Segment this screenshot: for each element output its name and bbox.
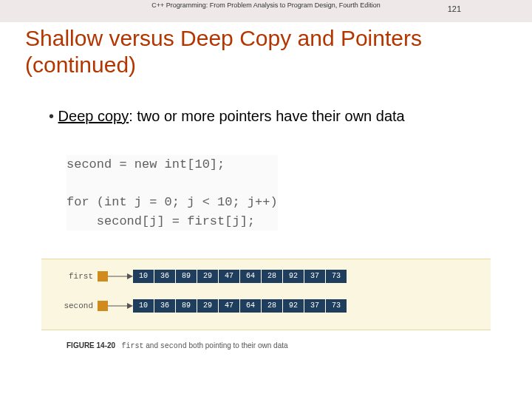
caption-end: both pointing to their own data xyxy=(187,341,288,349)
bullet-item: Deep copy: two or more pointers have the… xyxy=(49,108,517,125)
cell: 89 xyxy=(176,270,197,283)
cell: 37 xyxy=(304,270,326,283)
cell: 36 xyxy=(154,299,176,313)
cells-first: 10 36 89 29 47 64 28 92 37 73 xyxy=(133,270,347,283)
bullet-list: Deep copy: two or more pointers have the… xyxy=(19,108,517,125)
figure-caption-label: FIGURE 14-20 xyxy=(66,341,115,349)
bullet-term: Deep copy xyxy=(58,108,129,124)
book-title-text: C++ Programming: From Problem Analysis t… xyxy=(151,1,381,9)
row-second: second 10 36 89 29 47 64 28 92 37 73 xyxy=(41,299,347,313)
cell: 64 xyxy=(240,299,262,313)
cell: 37 xyxy=(304,299,326,313)
cell: 29 xyxy=(197,299,219,313)
svg-marker-3 xyxy=(127,303,133,309)
cell: 47 xyxy=(219,299,240,313)
cell: 64 xyxy=(240,270,262,283)
cell: 29 xyxy=(197,270,219,283)
svg-marker-1 xyxy=(127,273,133,279)
caption-mid: and xyxy=(144,341,160,349)
arrow-icon xyxy=(108,301,133,311)
code-line-1: second = new int[10]; xyxy=(66,157,225,171)
row-first-label: first xyxy=(41,272,98,281)
row-second-label: second xyxy=(41,301,98,310)
cell: 92 xyxy=(283,299,304,313)
cell: 10 xyxy=(133,270,154,283)
page-number: 121 xyxy=(448,4,461,13)
cell: 28 xyxy=(262,270,283,283)
cell: 10 xyxy=(133,299,154,313)
bullet-rest: : two or more pointers have their own da… xyxy=(129,108,405,124)
slide: C++ Programming: From Problem Analysis t… xyxy=(0,0,532,399)
arrow-icon xyxy=(108,271,133,282)
slide-title: Shallow versus Deep Copy and Pointers (c… xyxy=(25,25,517,78)
code-line-3: for (int j = 0; j < 10; j++) xyxy=(66,195,278,209)
cell: 89 xyxy=(176,299,197,313)
cell: 47 xyxy=(219,270,240,283)
cell: 36 xyxy=(154,270,176,283)
pointer-box-second xyxy=(98,301,108,311)
pointer-box-first xyxy=(98,271,108,282)
cell: 73 xyxy=(326,299,347,313)
row-first: first 10 36 89 29 47 64 28 92 37 73 xyxy=(41,270,347,283)
caption-code-a: first xyxy=(121,342,143,350)
cell: 28 xyxy=(262,299,283,313)
cell: 92 xyxy=(283,270,304,283)
cell: 73 xyxy=(326,270,347,283)
caption-code-b: second xyxy=(160,342,187,350)
cells-second: 10 36 89 29 47 64 28 92 37 73 xyxy=(133,299,347,313)
code-block: second = new int[10]; for (int j = 0; j … xyxy=(66,155,278,231)
figure-caption: FIGURE 14-20 first and second both point… xyxy=(66,341,288,350)
code-line-4: second[j] = first[j]; xyxy=(66,214,255,228)
